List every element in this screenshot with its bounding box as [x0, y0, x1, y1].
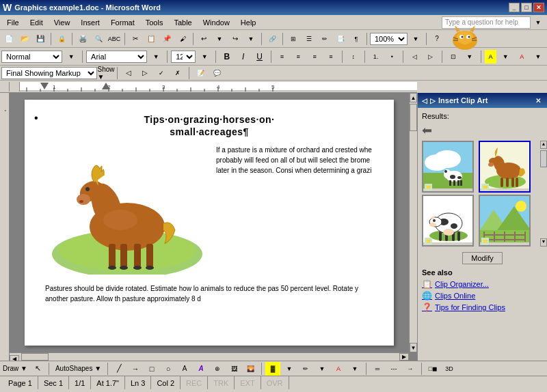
highlight-arrow[interactable]: ▼: [498, 50, 513, 64]
line-color-button[interactable]: ✏: [298, 362, 313, 376]
rect-button[interactable]: □: [144, 362, 159, 376]
tracking-mode-select[interactable]: Final Showing Markup: [1, 67, 97, 79]
spell-button[interactable]: ABC: [107, 32, 122, 46]
new-comment-button[interactable]: 💬: [209, 66, 224, 80]
close-button[interactable]: ✕: [533, 3, 544, 12]
save-button[interactable]: 💾: [33, 32, 48, 46]
menu-view[interactable]: View: [49, 15, 76, 29]
columns-button[interactable]: ☰: [302, 32, 317, 46]
fill-color-button[interactable]: ▓: [265, 362, 280, 376]
textbox-button[interactable]: A: [177, 362, 192, 376]
clip-4-toolbar[interactable]: ⭐: [481, 238, 489, 244]
undo-arrow[interactable]: ▼: [212, 32, 227, 46]
menu-file[interactable]: File: [1, 15, 25, 29]
menu-tools[interactable]: Tools: [140, 15, 169, 29]
line-style-button[interactable]: ═: [370, 362, 385, 376]
menu-window[interactable]: Window: [198, 15, 235, 29]
clip-scroll-down[interactable]: ▼: [540, 238, 547, 247]
preview-button[interactable]: 🔍: [91, 32, 106, 46]
line-button[interactable]: ╱: [111, 362, 126, 376]
new-button[interactable]: 📄: [1, 32, 16, 46]
panel-forward-icon[interactable]: ▷: [430, 97, 436, 104]
horizontal-scrollbar[interactable]: ◀ ▶: [10, 352, 409, 361]
format-painter[interactable]: 🖌: [175, 32, 190, 46]
wordart-button[interactable]: A: [194, 362, 209, 376]
panel-controls[interactable]: ✕: [533, 97, 543, 104]
draw-button[interactable]: ✏: [317, 32, 332, 46]
style-select[interactable]: Normal: [1, 51, 62, 63]
document-page[interactable]: • Tips·on·grazing·horses·on· small·acrea…: [25, 100, 394, 346]
justify-button[interactable]: ≡: [323, 50, 338, 64]
title-bar-controls[interactable]: _ □ ✕: [509, 3, 544, 12]
font-color-draw-button[interactable]: A: [331, 362, 346, 376]
outdent-button[interactable]: ◁: [407, 50, 422, 64]
diagram-button[interactable]: ⊕: [210, 362, 225, 376]
menu-help[interactable]: Help: [235, 15, 262, 29]
paste-button[interactable]: 📌: [159, 32, 174, 46]
font-color-draw-arrow[interactable]: ▼: [347, 362, 362, 376]
font-arrow[interactable]: ▼: [148, 50, 163, 64]
arrow-style-button[interactable]: →: [403, 362, 418, 376]
help-button[interactable]: ?: [429, 32, 444, 46]
panel-back-icon[interactable]: ◁: [422, 97, 427, 104]
font-color-arrow[interactable]: ▼: [531, 50, 546, 64]
clip-item-3[interactable]: ⭐: [422, 195, 474, 247]
scroll-thumb[interactable]: [410, 104, 417, 131]
bold-button[interactable]: B: [219, 50, 235, 64]
arrow-button[interactable]: →: [128, 362, 143, 376]
results-back-icon[interactable]: ⬅: [422, 124, 432, 137]
bullets-button[interactable]: •: [384, 50, 399, 64]
horse-image[interactable]: [45, 145, 209, 275]
show-button[interactable]: Show ▼: [98, 66, 114, 80]
style-arrow[interactable]: ▼: [64, 50, 79, 64]
font-select[interactable]: Arial: [86, 51, 147, 63]
results-nav[interactable]: ⬅: [422, 123, 543, 138]
scroll-left-button[interactable]: ◀: [10, 355, 19, 361]
zoom-arrow[interactable]: ▼: [408, 32, 423, 46]
prev-change-button[interactable]: ◁: [121, 66, 136, 80]
h-scroll-thumb[interactable]: [21, 353, 49, 361]
redo-arrow[interactable]: ▼: [243, 32, 258, 46]
panel-close-button[interactable]: ✕: [533, 97, 543, 104]
next-change-button[interactable]: ▷: [137, 66, 152, 80]
table-button[interactable]: ⊞: [286, 32, 301, 46]
cut-button[interactable]: ✂: [128, 32, 143, 46]
clips-online-link[interactable]: 🌐 Clips Online: [422, 291, 543, 300]
help-arrow-button[interactable]: ▼: [531, 16, 546, 29]
document-map[interactable]: 📑: [333, 32, 348, 46]
clip-item-4[interactable]: ⭐: [479, 195, 531, 247]
permission-button[interactable]: 🔒: [54, 32, 69, 46]
track-changes-button[interactable]: 📝: [193, 66, 208, 80]
clip-1-toolbar[interactable]: ⭐: [425, 184, 432, 191]
fill-arrow[interactable]: ▼: [282, 362, 297, 376]
align-center-button[interactable]: ≡: [291, 50, 306, 64]
clip-scroll-up[interactable]: ▲: [540, 141, 547, 149]
accept-button[interactable]: ✓: [154, 66, 169, 80]
numbering-button[interactable]: 1.: [369, 50, 384, 64]
clip-item-1[interactable]: ⭐: [422, 141, 474, 193]
font-color-button[interactable]: A: [514, 50, 529, 64]
scroll-down-button[interactable]: ▼: [410, 343, 417, 352]
picture-button[interactable]: 🌄: [243, 362, 258, 376]
undo-button[interactable]: ↩: [196, 32, 211, 46]
menu-table[interactable]: Table: [168, 15, 197, 29]
align-right-button[interactable]: ≡: [307, 50, 322, 64]
vertical-scrollbar[interactable]: ▲ ▼: [409, 93, 417, 352]
indent-button[interactable]: ▷: [423, 50, 438, 64]
3d-button[interactable]: 3D: [442, 362, 457, 376]
clip-scroll-thumb[interactable]: [540, 150, 547, 167]
print-button[interactable]: 🖨️: [75, 32, 90, 46]
highlight-button[interactable]: A: [485, 50, 497, 64]
menu-insert[interactable]: Insert: [75, 15, 105, 29]
clip-3-toolbar[interactable]: ⭐: [425, 238, 432, 244]
oval-button[interactable]: ○: [161, 362, 176, 376]
clip-scrollbar[interactable]: ▲ ▼: [540, 141, 547, 247]
draw-menu-button[interactable]: Draw ▼: [1, 362, 29, 376]
draw-cursor-button[interactable]: ↖: [30, 362, 45, 376]
italic-button[interactable]: I: [236, 50, 251, 64]
size-arrow[interactable]: ▼: [197, 50, 212, 64]
autoshapes-button[interactable]: AutoShapes ▼: [53, 362, 104, 376]
clip-item-2[interactable]: ⭐: [479, 141, 531, 193]
clipart-button[interactable]: 🖼: [226, 362, 241, 376]
scroll-right-button[interactable]: ▶: [399, 353, 409, 361]
